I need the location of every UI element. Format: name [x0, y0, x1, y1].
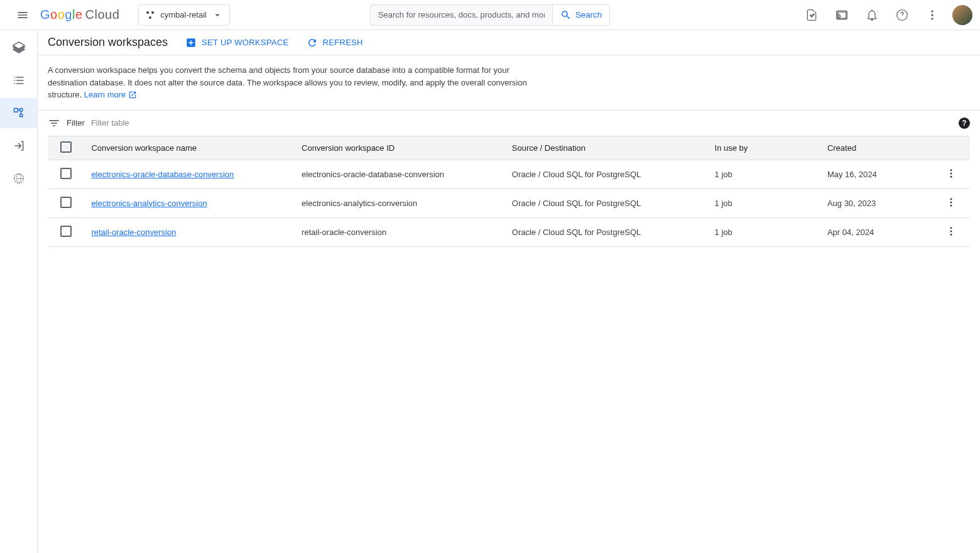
svg-point-5	[931, 14, 933, 16]
column-id[interactable]: Conversion workspace ID	[294, 136, 504, 160]
svg-point-20	[950, 230, 952, 232]
table-row: retail-oracle-conversion retail-oracle-c…	[48, 217, 970, 246]
sidebar-item-migration-jobs[interactable]	[6, 68, 31, 93]
help-button[interactable]	[892, 5, 912, 25]
refresh-label: REFRESH	[323, 38, 363, 47]
page-title: Conversion workspaces	[48, 36, 168, 49]
setup-workspace-button[interactable]: SET UP WORKSPACE	[185, 37, 288, 48]
login-icon	[13, 140, 25, 152]
svg-point-13	[950, 169, 952, 171]
help-circle-icon	[896, 9, 908, 21]
inuse-cell: 1 job	[707, 189, 820, 217]
column-name[interactable]: Conversion workspace name	[84, 136, 294, 160]
row-checkbox[interactable]	[60, 226, 72, 237]
menu-icon	[16, 9, 29, 21]
cloud-shell-button[interactable]	[832, 5, 852, 25]
svg-point-2	[149, 16, 151, 19]
created-cell: Aug 30, 2023	[820, 189, 932, 217]
overflow-menu-button[interactable]	[922, 5, 942, 25]
svg-point-18	[950, 204, 952, 206]
search-input[interactable]	[370, 4, 552, 26]
svg-point-6	[931, 18, 933, 19]
workspaces-table: Conversion workspace name Conversion wor…	[48, 136, 970, 247]
search-button[interactable]: Search	[552, 4, 610, 26]
column-inuse[interactable]: In use by	[707, 136, 820, 160]
add-box-icon	[185, 37, 197, 48]
page-description: A conversion workspace helps you convert…	[38, 55, 553, 110]
layers-icon	[12, 41, 26, 55]
svg-point-16	[950, 198, 952, 200]
workspace-name-link[interactable]: retail-oracle-conversion	[91, 227, 176, 237]
notifications-button[interactable]	[862, 5, 882, 25]
workspace-id-cell: electronics-analytics-conversion	[294, 189, 504, 217]
main-content: Conversion workspaces SET UP WORKSPACE R…	[38, 30, 980, 553]
svg-point-0	[146, 11, 149, 14]
trial-status-button[interactable]	[802, 5, 822, 25]
row-checkbox[interactable]	[60, 168, 72, 179]
table-row: electronics-oracle-database-conversion e…	[48, 160, 970, 189]
search-button-label: Search	[575, 10, 602, 19]
svg-point-17	[950, 201, 952, 203]
bell-icon	[866, 9, 878, 21]
avatar[interactable]	[952, 5, 972, 25]
row-more-button[interactable]	[943, 194, 959, 212]
setup-label: SET UP WORKSPACE	[202, 38, 288, 47]
refresh-icon	[307, 37, 318, 48]
project-icon	[145, 10, 155, 20]
source-dest-cell: Oracle / Cloud SQL for PostgreSQL	[504, 160, 707, 189]
workspace-id-cell: electronics-oracle-database-conversion	[294, 160, 504, 189]
svg-point-1	[151, 11, 154, 14]
workspace-name-link[interactable]: electronics-oracle-database-conversion	[91, 170, 234, 179]
more-vert-icon	[945, 168, 957, 179]
svg-point-14	[950, 172, 952, 174]
google-cloud-logo[interactable]: Google Cloud	[40, 8, 119, 22]
svg-point-4	[931, 10, 933, 12]
source-dest-cell: Oracle / Cloud SQL for PostgreSQL	[504, 217, 707, 246]
source-dest-cell: Oracle / Cloud SQL for PostgreSQL	[504, 189, 707, 217]
workspace-icon	[13, 107, 25, 119]
list-icon	[13, 74, 25, 87]
row-more-button[interactable]	[943, 165, 959, 183]
search-icon	[560, 9, 572, 21]
svg-rect-9	[19, 114, 22, 117]
filter-bar: Filter ?	[38, 111, 980, 136]
project-name: cymbal-retail	[160, 10, 207, 19]
column-created[interactable]: Created	[820, 136, 932, 160]
column-source[interactable]: Source / Destination	[504, 136, 707, 160]
refresh-button[interactable]: REFRESH	[307, 37, 363, 48]
inuse-cell: 1 job	[707, 160, 820, 189]
svg-rect-7	[14, 109, 18, 112]
layout: Conversion workspaces SET UP WORKSPACE R…	[0, 30, 980, 553]
filter-help-button[interactable]: ?	[959, 118, 970, 129]
sidebar-item-private-connectivity[interactable]	[6, 166, 31, 191]
filter-input[interactable]	[91, 118, 217, 128]
table-row: electronics-analytics-conversion electro…	[48, 189, 970, 217]
created-cell: May 16, 2024	[820, 160, 932, 189]
external-link-icon	[128, 90, 137, 99]
select-all-checkbox[interactable]	[60, 141, 72, 153]
more-vert-icon	[926, 9, 939, 21]
page-header: Conversion workspaces SET UP WORKSPACE R…	[38, 30, 980, 55]
more-vert-icon	[945, 197, 957, 208]
filter-label: Filter	[67, 118, 85, 128]
project-picker[interactable]: cymbal-retail	[138, 4, 230, 26]
terminal-icon	[836, 9, 848, 21]
tips-icon	[805, 9, 818, 21]
learn-more-link[interactable]: Learn more	[84, 89, 137, 101]
top-header: Google Cloud cymbal-retail Search	[0, 0, 980, 30]
svg-rect-8	[19, 109, 22, 111]
workspace-name-link[interactable]: electronics-analytics-conversion	[91, 199, 207, 208]
more-vert-icon	[945, 226, 957, 237]
workspace-id-cell: retail-oracle-conversion	[294, 217, 504, 246]
row-more-button[interactable]	[943, 223, 959, 241]
header-actions	[802, 5, 972, 25]
row-checkbox[interactable]	[60, 197, 72, 208]
sidebar-item-overview[interactable]	[6, 35, 31, 60]
dropdown-icon	[212, 9, 223, 21]
inuse-cell: 1 job	[707, 217, 820, 246]
svg-point-19	[950, 227, 952, 229]
sidebar-item-connection-profiles[interactable]	[6, 133, 31, 158]
sidebar-item-conversion-workspaces[interactable]	[6, 101, 31, 126]
globe-icon	[13, 172, 25, 185]
hamburger-menu-button[interactable]	[8, 0, 38, 30]
